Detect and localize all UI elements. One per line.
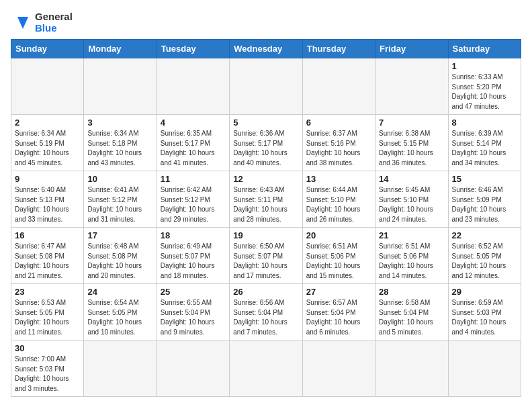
day-info: Sunrise: 6:54 AM Sunset: 5:05 PM Dayligh… <box>87 298 152 337</box>
day-info: Sunrise: 6:53 AM Sunset: 5:05 PM Dayligh… <box>15 298 80 337</box>
svg-marker-0 <box>17 17 28 29</box>
day-cell: 4Sunrise: 6:35 AM Sunset: 5:17 PM Daylig… <box>157 115 229 171</box>
day-info: Sunrise: 6:46 AM Sunset: 5:09 PM Dayligh… <box>452 185 517 224</box>
weekday-header-friday: Friday <box>375 40 448 58</box>
day-cell: 18Sunrise: 6:49 AM Sunset: 5:07 PM Dayli… <box>157 228 229 284</box>
day-number: 3 <box>87 118 152 128</box>
day-info: Sunrise: 6:58 AM Sunset: 5:04 PM Dayligh… <box>379 298 444 337</box>
weekday-header-monday: Monday <box>84 40 157 58</box>
day-cell: 1Sunrise: 6:33 AM Sunset: 5:20 PM Daylig… <box>448 58 521 115</box>
day-cell: 28Sunrise: 6:58 AM Sunset: 5:04 PM Dayli… <box>375 284 448 340</box>
day-number: 6 <box>306 118 371 128</box>
day-cell <box>230 340 302 397</box>
weekday-header-wednesday: Wednesday <box>230 40 302 58</box>
weekday-header-row: SundayMondayTuesdayWednesdayThursdayFrid… <box>11 40 521 58</box>
day-cell: 16Sunrise: 6:47 AM Sunset: 5:08 PM Dayli… <box>11 228 84 284</box>
day-cell: 15Sunrise: 6:46 AM Sunset: 5:09 PM Dayli… <box>448 171 521 228</box>
day-cell: 20Sunrise: 6:51 AM Sunset: 5:06 PM Dayli… <box>302 228 375 284</box>
week-row-6: 30Sunrise: 7:00 AM Sunset: 5:03 PM Dayli… <box>11 340 521 397</box>
day-number: 24 <box>87 287 152 297</box>
day-number: 27 <box>306 287 371 297</box>
day-number: 16 <box>15 230 80 240</box>
day-info: Sunrise: 6:39 AM Sunset: 5:14 PM Dayligh… <box>452 129 517 168</box>
day-info: Sunrise: 6:49 AM Sunset: 5:07 PM Dayligh… <box>161 242 226 281</box>
day-number: 19 <box>233 230 298 240</box>
day-cell <box>84 58 157 115</box>
week-row-1: 1Sunrise: 6:33 AM Sunset: 5:20 PM Daylig… <box>11 58 521 115</box>
day-info: Sunrise: 6:34 AM Sunset: 5:19 PM Dayligh… <box>15 129 80 168</box>
day-cell <box>302 58 375 115</box>
day-cell: 8Sunrise: 6:39 AM Sunset: 5:14 PM Daylig… <box>448 115 521 171</box>
logo-general-text: General <box>35 11 73 22</box>
day-cell: 5Sunrise: 6:36 AM Sunset: 5:17 PM Daylig… <box>230 115 302 171</box>
day-number: 17 <box>87 230 152 240</box>
page-header: GeneralBlue <box>11 11 521 34</box>
day-cell: 25Sunrise: 6:55 AM Sunset: 5:04 PM Dayli… <box>157 284 229 340</box>
day-number: 4 <box>161 118 226 128</box>
day-info: Sunrise: 6:55 AM Sunset: 5:04 PM Dayligh… <box>161 298 226 337</box>
day-cell: 2Sunrise: 6:34 AM Sunset: 5:19 PM Daylig… <box>11 115 84 171</box>
day-cell: 14Sunrise: 6:45 AM Sunset: 5:10 PM Dayli… <box>375 171 448 228</box>
day-info: Sunrise: 6:44 AM Sunset: 5:10 PM Dayligh… <box>306 185 371 224</box>
day-number: 11 <box>161 174 226 184</box>
day-info: Sunrise: 6:40 AM Sunset: 5:13 PM Dayligh… <box>15 185 80 224</box>
day-cell: 26Sunrise: 6:56 AM Sunset: 5:04 PM Dayli… <box>230 284 302 340</box>
day-info: Sunrise: 6:59 AM Sunset: 5:03 PM Dayligh… <box>452 298 517 337</box>
logo-blue-text: Blue <box>35 22 73 34</box>
day-number: 7 <box>379 118 444 128</box>
day-info: Sunrise: 6:41 AM Sunset: 5:12 PM Dayligh… <box>87 185 152 224</box>
day-info: Sunrise: 7:00 AM Sunset: 5:03 PM Dayligh… <box>15 355 80 394</box>
day-info: Sunrise: 6:42 AM Sunset: 5:12 PM Dayligh… <box>161 185 226 224</box>
day-info: Sunrise: 6:52 AM Sunset: 5:05 PM Dayligh… <box>452 242 517 281</box>
calendar-table: SundayMondayTuesdayWednesdayThursdayFrid… <box>11 39 521 397</box>
day-cell: 11Sunrise: 6:42 AM Sunset: 5:12 PM Dayli… <box>157 171 229 228</box>
day-number: 23 <box>15 287 80 297</box>
day-number: 5 <box>233 118 298 128</box>
day-info: Sunrise: 6:56 AM Sunset: 5:04 PM Dayligh… <box>233 298 298 337</box>
day-cell: 19Sunrise: 6:50 AM Sunset: 5:07 PM Dayli… <box>230 228 302 284</box>
weekday-header-saturday: Saturday <box>448 40 521 58</box>
day-number: 8 <box>452 118 517 128</box>
day-cell <box>157 340 229 397</box>
day-number: 13 <box>306 174 371 184</box>
day-info: Sunrise: 6:38 AM Sunset: 5:15 PM Dayligh… <box>379 129 444 168</box>
day-cell: 21Sunrise: 6:51 AM Sunset: 5:06 PM Dayli… <box>375 228 448 284</box>
day-cell <box>375 58 448 115</box>
day-info: Sunrise: 6:35 AM Sunset: 5:17 PM Dayligh… <box>161 129 226 168</box>
day-number: 21 <box>379 230 444 240</box>
day-cell: 27Sunrise: 6:57 AM Sunset: 5:04 PM Dayli… <box>302 284 375 340</box>
day-number: 18 <box>161 230 226 240</box>
day-cell: 23Sunrise: 6:53 AM Sunset: 5:05 PM Dayli… <box>11 284 84 340</box>
day-info: Sunrise: 6:48 AM Sunset: 5:08 PM Dayligh… <box>87 242 152 281</box>
day-number: 20 <box>306 230 371 240</box>
weekday-header-sunday: Sunday <box>11 40 84 58</box>
day-info: Sunrise: 6:51 AM Sunset: 5:06 PM Dayligh… <box>379 242 444 281</box>
day-number: 2 <box>15 118 80 128</box>
day-info: Sunrise: 6:45 AM Sunset: 5:10 PM Dayligh… <box>379 185 444 224</box>
day-cell: 6Sunrise: 6:37 AM Sunset: 5:16 PM Daylig… <box>302 115 375 171</box>
day-cell <box>230 58 302 115</box>
day-cell: 22Sunrise: 6:52 AM Sunset: 5:05 PM Dayli… <box>448 228 521 284</box>
logo-triangle-icon <box>11 11 32 33</box>
day-info: Sunrise: 6:34 AM Sunset: 5:18 PM Dayligh… <box>87 129 152 168</box>
logo: GeneralBlue <box>11 11 73 34</box>
day-number: 28 <box>379 287 444 297</box>
week-row-5: 23Sunrise: 6:53 AM Sunset: 5:05 PM Dayli… <box>11 284 521 340</box>
day-info: Sunrise: 6:33 AM Sunset: 5:20 PM Dayligh… <box>452 73 517 111</box>
day-cell: 10Sunrise: 6:41 AM Sunset: 5:12 PM Dayli… <box>84 171 157 228</box>
day-number: 29 <box>452 287 517 297</box>
day-number: 9 <box>15 174 80 184</box>
day-cell <box>157 58 229 115</box>
week-row-4: 16Sunrise: 6:47 AM Sunset: 5:08 PM Dayli… <box>11 228 521 284</box>
day-number: 10 <box>87 174 152 184</box>
day-number: 25 <box>161 287 226 297</box>
day-number: 15 <box>452 174 517 184</box>
day-cell: 30Sunrise: 7:00 AM Sunset: 5:03 PM Dayli… <box>11 340 84 397</box>
day-info: Sunrise: 6:43 AM Sunset: 5:11 PM Dayligh… <box>233 185 298 224</box>
day-cell <box>448 340 521 397</box>
day-number: 1 <box>452 61 517 71</box>
day-cell: 7Sunrise: 6:38 AM Sunset: 5:15 PM Daylig… <box>375 115 448 171</box>
day-cell: 17Sunrise: 6:48 AM Sunset: 5:08 PM Dayli… <box>84 228 157 284</box>
day-cell: 9Sunrise: 6:40 AM Sunset: 5:13 PM Daylig… <box>11 171 84 228</box>
day-cell <box>11 58 84 115</box>
